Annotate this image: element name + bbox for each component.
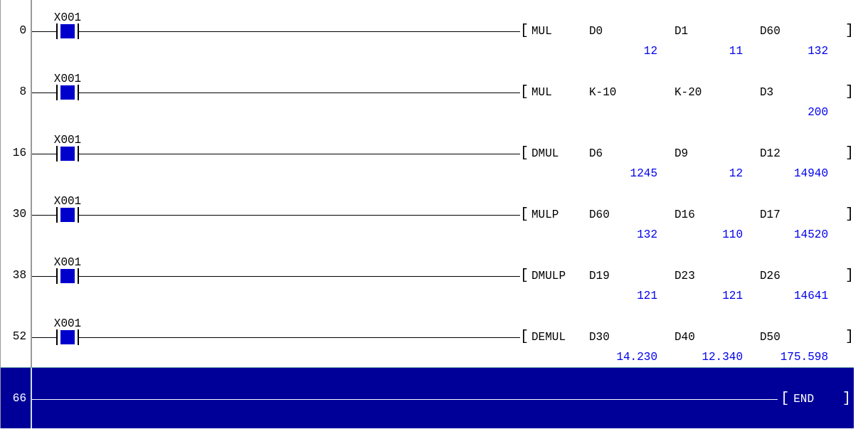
operand-value: 132 xyxy=(808,45,828,58)
instruction-operand: D60132 xyxy=(589,208,674,221)
operand-name: D23 xyxy=(674,270,760,282)
ladder-rung[interactable]: 30X001[MULPD60132D16110D1714520] xyxy=(1,184,854,245)
ladder-editor[interactable]: 0X001[MULD012D111D60132]8X001[MULK-10K-2… xyxy=(0,0,854,428)
instruction-opcode: DEMUL xyxy=(529,331,589,344)
instruction-block[interactable]: [DEMULD3014.230D4012.340D50175.598] xyxy=(520,327,854,344)
instruction-operand: K-10 xyxy=(589,86,674,99)
instruction-operand: D3014.230 xyxy=(589,331,674,344)
step-number: 16 xyxy=(1,122,32,184)
operand-name: D30 xyxy=(589,331,674,344)
operand-name: D60 xyxy=(589,208,674,221)
operand-name: D17 xyxy=(760,208,845,221)
step-number: 38 xyxy=(1,245,32,306)
operand-value: 121 xyxy=(722,290,743,302)
end-instruction[interactable]: [END] xyxy=(778,393,854,406)
bracket-right-icon: ] xyxy=(845,147,854,159)
operand-name: D50 xyxy=(760,331,845,344)
instruction-block[interactable]: [MULD012D111D60132] xyxy=(520,21,854,38)
bracket-left-icon: [ xyxy=(520,269,529,282)
rung-body[interactable]: X001[DMULD61245D912D1214940] xyxy=(32,122,854,184)
operand-name: D9 xyxy=(674,147,760,160)
instruction-operand: D4012.340 xyxy=(674,331,760,344)
ladder-rung[interactable]: 38X001[DMULPD19121D23121D2614641] xyxy=(1,245,854,306)
operand-value: 175.598 xyxy=(780,351,828,364)
instruction-operand: D912 xyxy=(674,147,760,160)
operand-value: 11 xyxy=(729,45,743,58)
instruction-operand: D60132 xyxy=(760,25,845,38)
ladder-rung[interactable]: 16X001[DMULD61245D912D1214940] xyxy=(1,122,854,184)
operand-name: D1 xyxy=(674,25,760,38)
contact-label: X001 xyxy=(39,11,96,24)
instruction-operand: D61245 xyxy=(589,147,674,160)
instruction-operand: K-20 xyxy=(674,86,760,99)
ladder-rung[interactable]: 0X001[MULD012D111D60132] xyxy=(1,0,854,61)
operand-name: D26 xyxy=(760,270,845,282)
instruction-block[interactable]: [DMULD61245D912D1214940] xyxy=(520,144,854,160)
operand-name: D3 xyxy=(760,86,845,99)
step-number: 30 xyxy=(1,184,32,245)
instruction-operand: D3200 xyxy=(760,86,845,99)
bracket-left-icon: [ xyxy=(520,208,529,221)
rung-body[interactable]: X001[DMULPD19121D23121D2614641] xyxy=(32,245,854,306)
operand-name: D40 xyxy=(674,331,760,344)
operand-value: 14.230 xyxy=(616,351,657,364)
bracket-right-icon: ] xyxy=(845,24,854,37)
operand-value: 1245 xyxy=(630,167,657,180)
bracket-left-icon: [ xyxy=(780,392,789,405)
instruction-operand: D1714520 xyxy=(760,208,845,221)
rung-body[interactable]: X001[MULK-10K-20D3200] xyxy=(32,61,854,122)
instruction-operand: D111 xyxy=(674,25,760,38)
bracket-left-icon: [ xyxy=(520,24,529,37)
operand-value: 110 xyxy=(722,228,743,241)
step-number: 52 xyxy=(1,306,32,367)
bracket-right-icon: ] xyxy=(845,85,854,98)
contact-on-indicator xyxy=(60,85,75,100)
instruction-operand: D1214940 xyxy=(760,147,845,160)
instruction-block[interactable]: [MULK-10K-20D3200] xyxy=(520,83,854,99)
operand-name: K-10 xyxy=(589,86,674,99)
operand-value: 121 xyxy=(637,290,657,302)
instruction-opcode: MUL xyxy=(529,25,589,38)
operand-name: D12 xyxy=(760,147,845,160)
contact-on-indicator xyxy=(60,208,75,222)
bracket-left-icon: [ xyxy=(520,330,529,343)
contact-label: X001 xyxy=(39,195,96,208)
operand-value: 12.340 xyxy=(702,351,743,364)
instruction-operand: D50175.598 xyxy=(760,331,845,344)
operand-value: 132 xyxy=(637,228,657,241)
operand-name: K-20 xyxy=(674,86,760,99)
instruction-opcode: DMUL xyxy=(529,147,589,160)
step-number: 0 xyxy=(1,0,32,61)
rail-line xyxy=(32,399,854,400)
bracket-right-icon: ] xyxy=(845,269,854,282)
bracket-left-icon: [ xyxy=(520,85,529,98)
operand-value: 14940 xyxy=(794,167,828,180)
bracket-right-icon: ] xyxy=(842,392,851,405)
rung-body[interactable]: X001[DEMULD3014.230D4012.340D50175.598] xyxy=(32,306,854,367)
operand-value: 12 xyxy=(644,45,657,58)
operand-name: D0 xyxy=(589,25,674,38)
bracket-right-icon: ] xyxy=(845,330,854,343)
operand-name: D60 xyxy=(760,25,845,38)
contact-label: X001 xyxy=(39,317,96,330)
contact-on-indicator xyxy=(60,269,75,283)
end-rung[interactable]: 66[END] xyxy=(1,367,854,428)
ladder-rung[interactable]: 52X001[DEMULD3014.230D4012.340D50175.598… xyxy=(1,306,854,367)
instruction-opcode: MULP xyxy=(529,208,589,221)
contact-on-indicator xyxy=(60,330,75,344)
instruction-operand: D2614641 xyxy=(760,270,845,282)
rung-body[interactable]: X001[MULPD60132D16110D1714520] xyxy=(32,184,854,245)
rung-body[interactable]: X001[MULD012D111D60132] xyxy=(32,0,854,61)
instruction-opcode: DMULP xyxy=(529,270,589,282)
instruction-operand: D012 xyxy=(589,25,674,38)
instruction-opcode: MUL xyxy=(529,86,589,99)
bracket-right-icon: ] xyxy=(845,208,854,221)
instruction-block[interactable]: [DMULPD19121D23121D2614641] xyxy=(520,266,854,282)
contact-on-indicator xyxy=(60,24,75,38)
instruction-block[interactable]: [MULPD60132D16110D1714520] xyxy=(520,205,854,221)
ladder-rung[interactable]: 8X001[MULK-10K-20D3200] xyxy=(1,61,854,122)
instruction-operand: D23121 xyxy=(674,270,760,282)
operand-name: D6 xyxy=(589,147,674,160)
instruction-opcode: END xyxy=(789,393,842,406)
rung-body[interactable]: [END] xyxy=(32,368,854,428)
